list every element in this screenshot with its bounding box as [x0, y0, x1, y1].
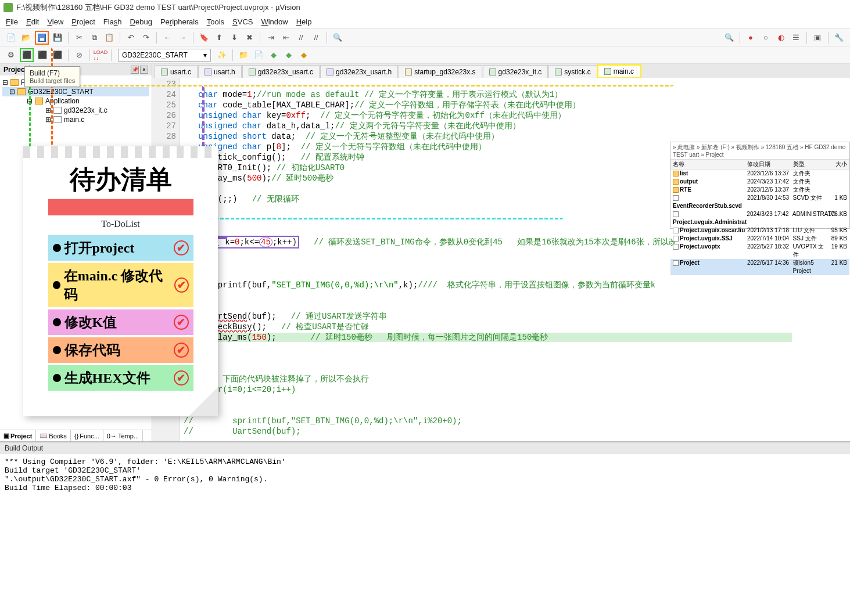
- breakpoint-icon[interactable]: ●: [744, 31, 757, 44]
- tree-group[interactable]: ⊟ Application: [2, 96, 149, 106]
- explorer-row[interactable]: RTE2023/12/6 13:37文件夹: [670, 186, 849, 194]
- sidebar-close-icon[interactable]: ×: [140, 66, 148, 74]
- bookmark-clear-icon[interactable]: ✖: [243, 31, 256, 44]
- sidebar-tab-temp[interactable]: 0→ Temp...: [103, 430, 143, 441]
- file-tabs: usart.c usart.h gd32e23x_usart.c gd32e23…: [152, 64, 850, 78]
- todo-item: 在main.c 修改代码✔: [48, 263, 193, 307]
- build-output-body[interactable]: *** Using Compiler 'V6.9', folder: 'E:\K…: [0, 454, 850, 529]
- options-icon[interactable]: ✨: [216, 49, 228, 62]
- target-dropdown[interactable]: GD32E230C_START ▾: [118, 49, 211, 62]
- comment-icon[interactable]: //: [295, 31, 307, 44]
- file-explorer-overlay: » 此电脑 » 新加卷 (F:) » 视频制作 » 128160 五档 » HF…: [670, 142, 850, 229]
- explorer-row[interactable]: output2024/3/23 17:42文件夹: [670, 178, 849, 186]
- breakpoint-disable-icon[interactable]: ○: [759, 31, 772, 44]
- rte-icon[interactable]: ◆: [297, 49, 310, 62]
- tree-file[interactable]: ⊞ gd32e23x_it.c: [2, 106, 149, 115]
- tree-target[interactable]: ⊟ GD32E230C_START: [2, 87, 149, 96]
- cut-icon[interactable]: ✂: [73, 31, 85, 44]
- build-icon[interactable]: ⬛: [21, 49, 33, 62]
- explorer-row[interactable]: Project.uvguix.SSJ2022/7/14 10:04SSJ 文件8…: [670, 235, 849, 243]
- nav-back-icon[interactable]: ←: [161, 31, 174, 44]
- build-tooltip: Build (F7) Build target files: [24, 66, 80, 87]
- toolbar-main: 📄 📂 💾 ✂ ⧉ 📋 ↶ ↷ ← → 🔖 ⬆ ⬇ ✖ ⇥ ⇤ // // 🔍 …: [0, 29, 850, 46]
- config-icon[interactable]: 🔧: [833, 31, 845, 44]
- menu-edit[interactable]: Edit: [26, 17, 39, 26]
- bookmark-next-icon[interactable]: ⬇: [228, 31, 241, 44]
- build-output-title: Build Output: [0, 442, 850, 454]
- file-tab[interactable]: gd32e23x_it.c: [483, 65, 548, 78]
- explorer-row[interactable]: list2023/12/6 13:37文件夹: [670, 170, 849, 178]
- find-icon[interactable]: 🔍: [331, 31, 344, 44]
- manage-icon[interactable]: 📁: [237, 49, 250, 62]
- menu-file[interactable]: File: [6, 17, 18, 26]
- explorer-row[interactable]: Project.uvoptx2022/5/27 18:32UVOPTX 文件19…: [670, 243, 849, 259]
- sidebar-tab-func[interactable]: {} Func...: [71, 430, 103, 441]
- explorer-row-selected[interactable]: Project2022/6/17 14:36礦ision5 Project21 …: [670, 259, 849, 275]
- todo-item: 打开project✔: [48, 235, 193, 261]
- menu-debug[interactable]: Debug: [130, 17, 152, 26]
- annotation-arrow-yellow: [46, 85, 674, 88]
- file-ext-icon[interactable]: 📄: [252, 49, 265, 62]
- breakpoint-kill-icon[interactable]: ◐: [774, 31, 787, 44]
- file-tab[interactable]: gd32e23x_usart.h: [320, 65, 398, 78]
- menubar: File Edit View Project Flash Debug Perip…: [0, 15, 850, 29]
- check-icon: ✔: [174, 370, 189, 386]
- bookmark-prev-icon[interactable]: ⬆: [213, 31, 225, 44]
- bookmark-icon[interactable]: 🔖: [198, 31, 210, 44]
- debug-icon[interactable]: 🔍: [723, 31, 736, 44]
- menu-peripherals[interactable]: Peripherals: [160, 17, 199, 26]
- check-icon: ✔: [174, 278, 189, 293]
- sidebar-tab-project[interactable]: ▣ Project: [0, 430, 36, 441]
- outdent-icon[interactable]: ⇤: [279, 31, 292, 44]
- new-icon[interactable]: 📄: [5, 31, 17, 44]
- check-icon: ✔: [174, 343, 189, 358]
- menu-flash[interactable]: Flash: [103, 17, 122, 26]
- menu-window[interactable]: Window: [261, 17, 288, 26]
- notepad-title: 待办清单: [23, 158, 218, 199]
- open-icon[interactable]: 📂: [20, 31, 33, 44]
- file-tab[interactable]: gd32e23x_usart.c: [242, 65, 320, 78]
- stop-build-icon[interactable]: ⊘: [73, 49, 85, 62]
- save-icon[interactable]: [36, 31, 48, 44]
- breakpoint-list-icon[interactable]: ☰: [790, 31, 802, 44]
- explorer-row[interactable]: EventRecorderStub.scvd2021/8/30 14:53SCV…: [670, 194, 849, 210]
- sidebar-tab-books[interactable]: 📖 Books: [36, 430, 71, 441]
- file-tab-active[interactable]: main.c: [598, 65, 640, 78]
- translate-icon[interactable]: ⚙: [5, 49, 17, 62]
- menu-view[interactable]: View: [47, 17, 63, 26]
- books-icon[interactable]: ◆: [267, 49, 280, 62]
- file-tab[interactable]: systick.c: [548, 65, 597, 78]
- paste-icon[interactable]: 📋: [103, 31, 116, 44]
- explorer-row[interactable]: Project.uvguix.oscar.liu2021/2/13 17:18L…: [670, 226, 849, 235]
- window-icon[interactable]: ▣: [811, 31, 824, 44]
- notepad-binding: [23, 146, 218, 158]
- check-icon: ✔: [174, 240, 189, 255]
- save-all-icon[interactable]: 💾: [51, 31, 64, 44]
- indent-icon[interactable]: ⇥: [264, 31, 277, 44]
- undo-icon[interactable]: ↶: [124, 31, 137, 44]
- explorer-columns: 名称修改日期类型大小: [670, 160, 849, 170]
- rebuild-icon[interactable]: ⬛: [36, 49, 49, 62]
- notepad-subtitle: To-DoList: [23, 219, 218, 229]
- file-tab[interactable]: startup_gd32e23x.s: [399, 65, 482, 78]
- menu-help[interactable]: Help: [296, 17, 312, 26]
- file-tab[interactable]: usart.c: [155, 65, 198, 78]
- tree-file[interactable]: ⊞ main.c: [2, 115, 149, 124]
- nav-fwd-icon[interactable]: →: [176, 31, 189, 44]
- tooltip-title: Build (F7): [30, 69, 75, 77]
- menu-svcs[interactable]: SVCS: [232, 17, 253, 26]
- uncomment-icon[interactable]: //: [310, 31, 322, 44]
- download-icon[interactable]: LOAD↓↓: [94, 49, 107, 62]
- sidebar-pin-icon[interactable]: 📌: [131, 66, 139, 74]
- toolbar-build: ⚙ ⬛ ⬛ ⬛ ⊘ LOAD↓↓ GD32E230C_START ▾ ✨ 📁 📄…: [0, 46, 850, 64]
- pack-icon[interactable]: ◆: [282, 49, 295, 62]
- menu-tools[interactable]: Tools: [207, 17, 224, 26]
- explorer-row[interactable]: Project.uvguix.Administrator2024/3/23 17…: [670, 210, 849, 226]
- target-dropdown-value: GD32E230C_START: [122, 51, 188, 59]
- redo-icon[interactable]: ↷: [139, 31, 152, 44]
- copy-icon[interactable]: ⧉: [88, 31, 101, 44]
- menu-project[interactable]: Project: [71, 17, 95, 26]
- todo-item: 保存代码✔: [48, 337, 193, 363]
- notepad-bar: [48, 199, 193, 215]
- file-tab[interactable]: usart.h: [198, 65, 242, 78]
